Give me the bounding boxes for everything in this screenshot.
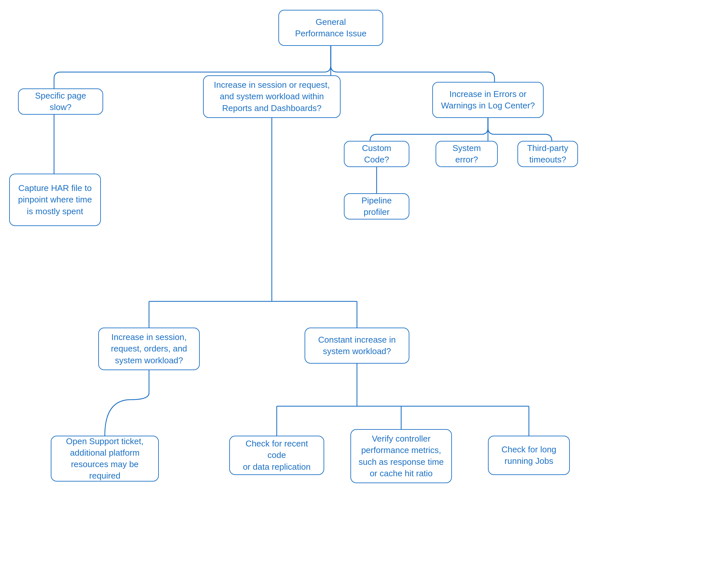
- node-custom-code: Custom Code?: [344, 141, 409, 167]
- node-increase-errors: Increase in Errors orWarnings in Log Cen…: [432, 82, 544, 118]
- node-open-support: Open Support ticket,additional platformr…: [51, 436, 159, 482]
- node-pipeline-profiler: Pipeline profiler: [344, 193, 409, 219]
- diagram: GeneralPerformance Issue Specific page s…: [0, 0, 728, 569]
- node-third-party: Third-partytimeouts?: [517, 141, 578, 167]
- node-increase-session2: Increase in session,request, orders, and…: [98, 328, 200, 370]
- node-verify-controller: Verify controllerperformance metrics,suc…: [350, 429, 452, 483]
- node-specific-page: Specific page slow?: [18, 88, 103, 115]
- node-check-running: Check for longrunning Jobs: [488, 436, 570, 475]
- node-increase-session: Increase in session or request,and syste…: [203, 75, 341, 118]
- node-check-recent: Check for recent codeor data replication: [229, 436, 324, 475]
- node-constant-increase: Constant increase insystem workload?: [305, 328, 409, 364]
- node-system-error: System error?: [436, 141, 498, 167]
- node-root: GeneralPerformance Issue: [278, 10, 383, 46]
- connector-lines: [0, 0, 728, 569]
- node-capture-har: Capture HAR file topinpoint where timeis…: [9, 174, 101, 226]
